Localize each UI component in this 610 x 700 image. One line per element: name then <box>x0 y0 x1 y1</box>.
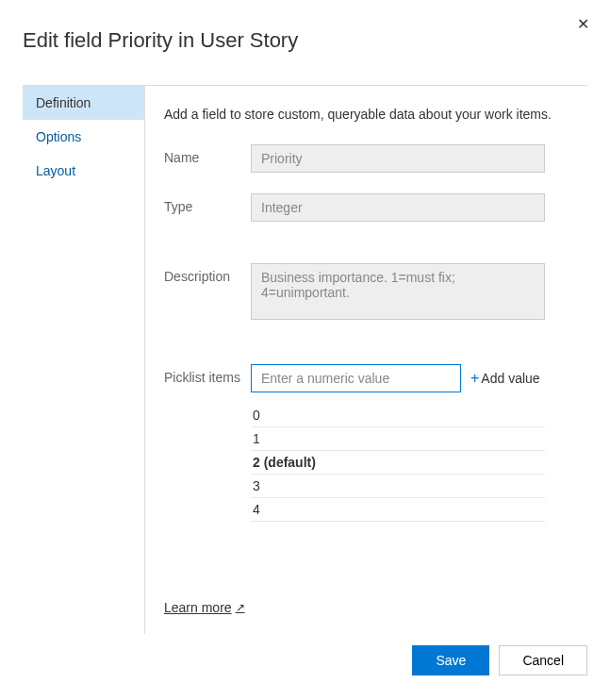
learn-more-label: Learn more <box>164 600 232 615</box>
sidebar-item-definition[interactable]: Definition <box>23 86 144 120</box>
sidebar-item-options[interactable]: Options <box>23 120 144 154</box>
picklist-item[interactable]: 3 <box>251 475 545 498</box>
picklist-items-list: 0 1 2 (default) 3 4 <box>251 404 545 522</box>
main-panel: Add a field to store custom, queryable d… <box>145 86 587 634</box>
form-row-type: Type <box>164 193 587 222</box>
sidebar-item-label: Options <box>36 129 81 144</box>
picklist-item[interactable]: 4 <box>251 498 545 522</box>
add-value-label: Add value <box>481 371 539 386</box>
external-link-icon: ↗ <box>236 601 245 614</box>
form-row-description: Description Business importance. 1=must … <box>164 263 587 323</box>
learn-more-link[interactable]: Learn more ↗ <box>164 600 587 615</box>
add-value-button[interactable]: + Add value <box>470 370 540 387</box>
edit-field-dialog: ✕ Edit field Priority in User Story Defi… <box>0 0 610 700</box>
close-icon: ✕ <box>577 16 589 32</box>
picklist-label: Picklist items <box>164 364 251 385</box>
dialog-title: Edit field Priority in User Story <box>23 28 587 53</box>
sidebar: Definition Options Layout <box>23 86 145 634</box>
picklist-item[interactable]: 1 <box>251 427 545 451</box>
intro-text: Add a field to store custom, queryable d… <box>164 107 587 122</box>
type-label: Type <box>164 193 251 214</box>
dialog-footer: Save Cancel <box>23 634 587 681</box>
sidebar-item-layout[interactable]: Layout <box>23 154 144 188</box>
type-input <box>251 193 545 222</box>
picklist-input[interactable] <box>251 364 461 392</box>
content-area: Definition Options Layout Add a field to… <box>23 85 587 634</box>
close-button[interactable]: ✕ <box>573 11 593 37</box>
cancel-button[interactable]: Cancel <box>499 645 587 675</box>
name-input <box>251 144 545 173</box>
sidebar-item-label: Definition <box>36 95 91 110</box>
form-row-picklist: Picklist items + Add value 0 1 2 (defaul… <box>164 364 587 522</box>
description-input: Business importance. 1=must fix; 4=unimp… <box>251 263 545 320</box>
save-button[interactable]: Save <box>412 645 489 675</box>
name-label: Name <box>164 144 251 165</box>
form-row-name: Name <box>164 144 587 173</box>
picklist-item[interactable]: 0 <box>251 404 545 427</box>
description-label: Description <box>164 263 251 284</box>
sidebar-item-label: Layout <box>36 163 75 178</box>
picklist-item-default[interactable]: 2 (default) <box>251 451 545 475</box>
plus-icon: + <box>470 370 479 387</box>
